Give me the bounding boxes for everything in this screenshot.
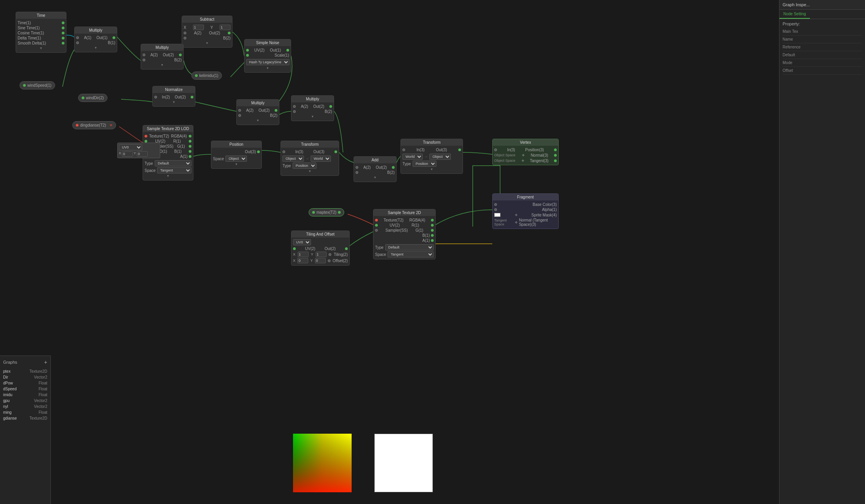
s2d-in-ss[interactable] bbox=[375, 229, 378, 232]
sub-out[interactable] bbox=[228, 32, 231, 34]
graph-list-item[interactable]: gdianseTexture2D bbox=[3, 415, 47, 421]
t1-to[interactable]: World bbox=[311, 155, 331, 162]
maptex-port-l[interactable] bbox=[312, 211, 315, 214]
pos-space[interactable]: Object bbox=[225, 155, 247, 162]
norm-in[interactable] bbox=[154, 96, 157, 98]
mul4-out[interactable] bbox=[329, 105, 332, 108]
add-in-a[interactable] bbox=[356, 166, 358, 169]
s2dlod-type[interactable]: Default bbox=[155, 160, 191, 166]
s2d-out-r[interactable] bbox=[431, 224, 434, 227]
windspeed-port[interactable] bbox=[23, 84, 26, 87]
norm-out[interactable] bbox=[191, 96, 193, 98]
add-out[interactable] bbox=[392, 166, 395, 169]
maptex-port-r[interactable] bbox=[338, 211, 341, 214]
subtract-x[interactable] bbox=[193, 25, 204, 30]
to-in-offset[interactable] bbox=[328, 259, 331, 262]
t1-type[interactable]: Position bbox=[293, 163, 316, 169]
mul3-out[interactable] bbox=[275, 109, 277, 112]
s2dlod-out-r[interactable] bbox=[189, 140, 191, 143]
sub-chevron[interactable]: ▼ bbox=[184, 41, 231, 46]
graph-list-item[interactable]: DirVector2 bbox=[3, 374, 47, 380]
s2d-out-a[interactable] bbox=[431, 239, 434, 242]
t2-in[interactable] bbox=[402, 148, 405, 151]
pos-out[interactable] bbox=[257, 150, 260, 153]
tiling-y1[interactable] bbox=[316, 252, 327, 257]
graph-list-item[interactable]: gpuVector2 bbox=[3, 398, 47, 404]
s2dlod-out-rgba[interactable] bbox=[189, 135, 191, 138]
vert-in[interactable] bbox=[494, 148, 497, 151]
graph-list-item[interactable]: imiduFloat bbox=[3, 392, 47, 398]
t2-from[interactable]: World bbox=[402, 154, 423, 160]
frag-in-color[interactable] bbox=[494, 203, 497, 206]
s2d-space[interactable]: Tangent bbox=[388, 251, 434, 257]
s2d-in-uv[interactable] bbox=[375, 224, 378, 227]
dingdianse-port[interactable] bbox=[76, 124, 79, 127]
sub-in-b[interactable] bbox=[184, 37, 186, 39]
time-port-sine[interactable] bbox=[62, 27, 64, 29]
frag-in-alpha[interactable] bbox=[494, 208, 497, 211]
uv-select[interactable]: UV0 bbox=[119, 144, 142, 150]
graph-list-item[interactable]: dSpeedFloat bbox=[3, 386, 47, 392]
mul1-out[interactable] bbox=[113, 36, 115, 39]
mul1-chevron[interactable]: ▼ bbox=[76, 45, 115, 50]
mul1-in-b[interactable] bbox=[76, 41, 79, 44]
s2dlod-out-b[interactable] bbox=[189, 150, 191, 153]
uv-y[interactable] bbox=[137, 151, 148, 157]
time-port-smooth[interactable] bbox=[62, 42, 64, 45]
time-port-cosine[interactable] bbox=[62, 32, 64, 34]
t2-chevron[interactable]: ▼ bbox=[402, 167, 461, 172]
mul4-in-a[interactable] bbox=[293, 105, 296, 108]
s2d-out-g[interactable] bbox=[431, 229, 434, 232]
add-in-b[interactable] bbox=[356, 171, 358, 174]
sn-hashtype[interactable]: Hash Ty LegacySine bbox=[246, 59, 290, 65]
s2dlod-in-uv[interactable] bbox=[145, 140, 147, 143]
t2-type[interactable]: Position bbox=[413, 161, 436, 167]
sub-in-a[interactable] bbox=[184, 32, 186, 34]
mul1-in-a[interactable] bbox=[76, 36, 79, 39]
graph-list-item[interactable]: dPowFloat bbox=[3, 380, 47, 386]
sn-out[interactable] bbox=[286, 49, 289, 52]
sn-in-scale[interactable] bbox=[246, 54, 249, 57]
tiling-x1[interactable] bbox=[298, 252, 309, 257]
t1-from[interactable]: Object bbox=[282, 155, 304, 162]
t1-chevron[interactable]: ▼ bbox=[282, 169, 337, 174]
mul3-in-a[interactable] bbox=[238, 109, 241, 112]
add-chevron[interactable]: ▼ bbox=[356, 175, 395, 180]
tab-node-setting[interactable]: Node Setting bbox=[779, 10, 810, 19]
sn-in-uv[interactable] bbox=[246, 49, 249, 52]
s2dlod-out-a[interactable] bbox=[189, 155, 191, 158]
time-chevron[interactable]: ▼ bbox=[18, 46, 64, 51]
s2d-out-b[interactable] bbox=[431, 234, 434, 237]
s2dlod-out-g[interactable] bbox=[189, 145, 191, 148]
graph-list-item[interactable]: mingFloat bbox=[3, 409, 47, 415]
tiling-x2[interactable] bbox=[297, 258, 308, 263]
to-out[interactable] bbox=[345, 247, 348, 250]
kelimidu-port[interactable] bbox=[195, 74, 198, 77]
graph-list-item[interactable]: ptexTexture2D bbox=[3, 368, 47, 374]
mul2-in-a[interactable] bbox=[143, 54, 145, 56]
mul4-chevron[interactable]: ▼ bbox=[293, 114, 332, 119]
time-port-delta[interactable] bbox=[62, 37, 64, 39]
mul3-in-b[interactable] bbox=[238, 114, 241, 117]
s2d-out-rgba[interactable] bbox=[431, 219, 434, 222]
tiling-uv[interactable]: UV0 bbox=[293, 239, 311, 245]
uv-x[interactable] bbox=[122, 151, 133, 157]
pos-chevron[interactable]: ▼ bbox=[213, 162, 260, 167]
time-port-time[interactable] bbox=[62, 21, 64, 24]
mul2-chevron[interactable]: ▼ bbox=[143, 63, 182, 68]
graphs-add-button[interactable]: + bbox=[44, 359, 47, 365]
sn-chevron[interactable]: ▼ bbox=[246, 66, 289, 71]
mul2-in-b[interactable] bbox=[143, 59, 145, 61]
t1-out[interactable] bbox=[334, 150, 337, 153]
vert-out-tang[interactable] bbox=[554, 159, 557, 162]
winddir-port[interactable] bbox=[82, 97, 84, 99]
s2dlod-in-tex[interactable] bbox=[145, 135, 147, 138]
to-in-tiling[interactable] bbox=[329, 253, 331, 256]
mul3-chevron[interactable]: ▼ bbox=[238, 118, 277, 123]
mul4-in-b[interactable] bbox=[293, 110, 296, 113]
s2d-in-tex[interactable] bbox=[375, 219, 378, 222]
norm-chevron[interactable]: ▼ bbox=[154, 100, 193, 105]
t1-in[interactable] bbox=[282, 150, 285, 153]
t2-out[interactable] bbox=[458, 148, 461, 151]
mul2-out[interactable] bbox=[179, 54, 182, 56]
